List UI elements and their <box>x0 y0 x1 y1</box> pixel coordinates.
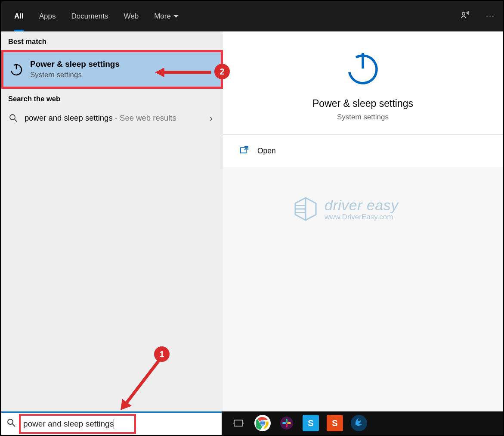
chevron-down-icon <box>173 15 179 18</box>
search-input-value: power and sleep settings <box>23 419 114 429</box>
tab-web-label: Web <box>124 12 139 21</box>
svg-rect-26 <box>282 422 286 424</box>
web-result-query: power and sleep settings <box>25 113 113 122</box>
power-icon-large <box>343 49 382 87</box>
search-bar-icon <box>1 418 21 429</box>
slack-icon[interactable] <box>278 415 295 431</box>
tab-apps[interactable]: Apps <box>31 1 64 31</box>
svg-line-4 <box>15 119 17 121</box>
svg-rect-24 <box>287 422 291 424</box>
tab-all[interactable]: All <box>6 1 31 31</box>
taskview-icon[interactable] <box>230 415 247 431</box>
power-icon <box>8 61 25 78</box>
chrome-icon[interactable] <box>254 415 271 431</box>
svg-line-14 <box>12 424 15 427</box>
best-match-heading: Best match <box>1 31 223 50</box>
taskbar: S S <box>222 411 503 435</box>
svg-point-0 <box>462 12 465 15</box>
svg-point-3 <box>10 115 15 120</box>
preview-subtitle: System settings <box>223 113 503 121</box>
tab-more[interactable]: More <box>146 1 186 31</box>
snagit-orange-icon[interactable]: S <box>327 415 343 431</box>
tab-documents[interactable]: Documents <box>63 1 116 31</box>
best-match-title: Power & sleep settings <box>30 59 120 69</box>
preview-card: Power & sleep settings System settings <box>223 31 503 135</box>
text-caret <box>114 419 114 429</box>
web-search-result[interactable]: power and sleep settings - See web resul… <box>1 107 223 130</box>
svg-point-21 <box>261 422 264 425</box>
tab-documents-label: Documents <box>71 12 108 21</box>
web-result-hint: - See web results <box>113 113 176 122</box>
snagit-blue-icon[interactable]: S <box>303 415 319 431</box>
body: Best match Power & sleep settings System… <box>1 31 503 435</box>
svg-point-13 <box>8 419 13 424</box>
preview-pane: Power & sleep settings System settings O… <box>223 31 503 435</box>
open-action[interactable]: Open <box>223 135 503 167</box>
search-icon <box>8 114 19 125</box>
search-window: All Apps Documents Web More ··· Best mat… <box>1 1 503 435</box>
chevron-right-icon[interactable]: › <box>210 113 213 124</box>
web-result-text: power and sleep settings - See web resul… <box>25 112 204 124</box>
best-match-result[interactable]: Power & sleep settings System settings <box>1 50 223 89</box>
tab-web[interactable]: Web <box>116 1 146 31</box>
more-options-icon[interactable]: ··· <box>478 12 503 21</box>
feedback-icon[interactable] <box>452 10 478 23</box>
open-label: Open <box>257 146 276 156</box>
tab-more-label: More <box>154 12 171 21</box>
search-input[interactable]: power and sleep settings <box>19 414 136 434</box>
svg-point-22 <box>280 417 293 430</box>
results-pane: Best match Power & sleep settings System… <box>1 31 223 435</box>
best-match-subtitle: System settings <box>30 71 120 79</box>
search-bar[interactable]: power and sleep settings <box>1 411 222 435</box>
search-filter-tabs: All Apps Documents Web More ··· <box>1 1 503 31</box>
svg-rect-15 <box>234 420 243 426</box>
svg-rect-23 <box>286 419 288 423</box>
tab-apps-label: Apps <box>39 12 56 21</box>
preview-title: Power & sleep settings <box>223 98 503 109</box>
best-match-text: Power & sleep settings System settings <box>30 59 120 79</box>
search-web-heading: Search the web <box>1 89 223 107</box>
battlenet-icon[interactable] <box>351 415 367 431</box>
svg-rect-25 <box>286 424 288 427</box>
open-icon <box>240 146 249 156</box>
tab-all-label: All <box>14 12 24 21</box>
